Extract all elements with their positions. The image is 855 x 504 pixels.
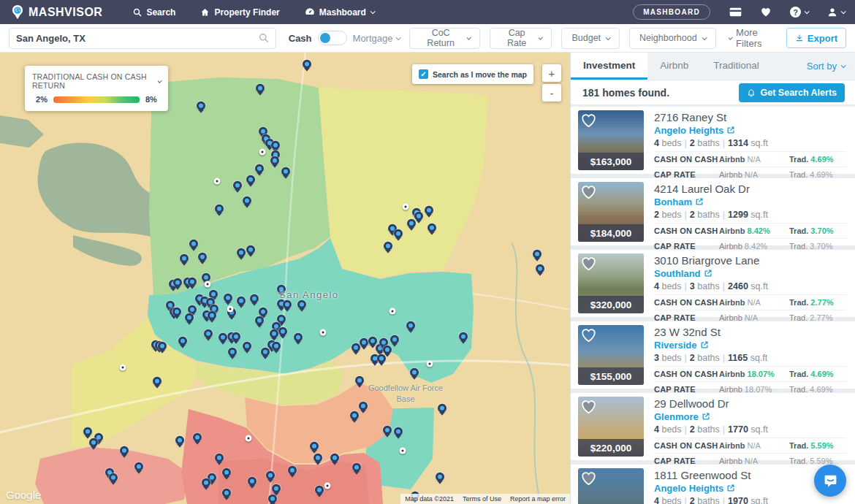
property-card[interactable]: $184,000 4214 Laurel Oak Dr Bonham 2 bed… <box>571 178 855 245</box>
property-map-pin[interactable] <box>383 426 392 435</box>
property-map-pin[interactable] <box>198 253 207 261</box>
property-map-pin[interactable] <box>410 368 419 377</box>
property-map-pin[interactable] <box>278 327 287 336</box>
property-address[interactable]: 3010 Briargrove Lane <box>654 255 846 267</box>
property-map-pin[interactable] <box>350 411 359 420</box>
property-map-pin[interactable] <box>297 300 306 309</box>
mortgage-dropdown[interactable]: Mortgage <box>353 33 400 44</box>
favorite-heart-icon[interactable] <box>581 328 596 343</box>
property-map-pin[interactable] <box>428 224 436 232</box>
favorite-heart-icon[interactable] <box>581 113 596 128</box>
property-map-pin[interactable] <box>394 427 403 436</box>
favorite-heart-icon[interactable] <box>581 185 596 199</box>
favorite-heart-icon[interactable] <box>581 256 596 271</box>
location-search-input[interactable] <box>16 33 259 44</box>
external-link-icon[interactable] <box>726 484 735 492</box>
checkbox-checked-icon[interactable]: ✓ <box>419 69 428 79</box>
property-map-pin[interactable] <box>303 60 311 69</box>
property-map-pin[interactable] <box>377 354 386 363</box>
property-map-pin[interactable] <box>89 438 98 447</box>
property-map-pin[interactable] <box>204 329 213 338</box>
property-map-pin[interactable] <box>283 300 292 309</box>
sort-by-dropdown[interactable]: Sort by <box>807 61 855 72</box>
search-as-move-checkbox[interactable]: ✓ Search as I move the map <box>412 64 533 84</box>
mashboard-button[interactable]: MASHBOARD <box>633 4 710 20</box>
property-map-pin[interactable] <box>246 175 255 184</box>
property-map-pin[interactable] <box>185 313 194 322</box>
export-button[interactable]: Export <box>786 28 846 48</box>
location-search-box[interactable] <box>9 28 276 49</box>
account-menu[interactable] <box>827 7 845 18</box>
property-map-pin[interactable] <box>384 242 392 251</box>
property-map-pin[interactable] <box>259 308 267 316</box>
property-map-pin[interactable] <box>202 478 210 487</box>
property-map-pin[interactable] <box>266 471 275 480</box>
property-map-pin[interactable] <box>256 84 265 93</box>
property-map-pin[interactable] <box>109 473 118 482</box>
property-photo[interactable]: $163,000 <box>578 110 644 170</box>
neighborhood-link[interactable]: Glenmore <box>654 411 699 422</box>
terms-of-use-link[interactable]: Terms of Use <box>458 494 506 504</box>
property-card[interactable]: 1811 Greenwood St Angelo Heights 4 beds|… <box>571 465 855 504</box>
property-photo[interactable] <box>578 468 644 504</box>
property-map-pin[interactable] <box>294 333 303 342</box>
property-map-pin[interactable] <box>255 316 264 325</box>
neighborhood-link[interactable]: Angelo Heights <box>654 483 723 494</box>
favorites-heart-icon[interactable] <box>761 7 771 17</box>
more-filters-link[interactable]: More Filters <box>729 27 780 49</box>
property-map-pin[interactable] <box>281 167 290 176</box>
nav-item-mashboard[interactable]: Mashboard <box>305 7 374 18</box>
property-map-pin[interactable] <box>360 338 368 347</box>
property-map-pin[interactable] <box>237 297 246 305</box>
property-map-pin[interactable] <box>153 377 162 386</box>
tab-airbnb[interactable]: Airbnb <box>647 53 701 80</box>
property-map-pin[interactable] <box>330 454 339 462</box>
favorite-heart-icon[interactable] <box>581 400 596 414</box>
cash-mortgage-toggle[interactable] <box>318 31 347 45</box>
property-map-pin[interactable] <box>352 343 360 352</box>
property-map-pin[interactable] <box>222 489 231 497</box>
property-map-pin[interactable] <box>255 164 264 173</box>
property-map-pin[interactable] <box>228 348 237 356</box>
property-map-pin[interactable] <box>436 473 444 481</box>
property-map-pin[interactable] <box>261 348 270 356</box>
property-map-pin[interactable] <box>406 321 415 330</box>
zoom-out-button[interactable]: - <box>542 84 561 102</box>
property-card[interactable]: $155,000 23 W 32nd St Riverside 3 beds|2… <box>571 321 855 389</box>
property-map-pin[interactable] <box>536 264 544 273</box>
get-search-alerts-button[interactable]: Get Search Alerts <box>739 83 845 102</box>
nav-item-search[interactable]: Search <box>133 7 175 18</box>
property-address[interactable]: 23 W 32nd St <box>654 327 846 339</box>
property-map-pin[interactable] <box>272 484 281 493</box>
neighborhood-filter[interactable]: Neighborhood <box>629 28 716 49</box>
property-map-pin[interactable] <box>270 156 279 165</box>
heatmap-map[interactable]: San Angelo Goodfellow Air Force Base TRA… <box>0 53 570 504</box>
legend-dropdown[interactable]: TRADITIONAL CASH ON CASH RETURN <box>32 72 161 90</box>
help-menu[interactable]: ? <box>790 7 808 18</box>
property-address[interactable]: 29 Dellwood Dr <box>654 398 846 411</box>
external-link-icon[interactable] <box>704 269 712 278</box>
nav-item-property-finder[interactable]: Property Finder <box>200 7 279 18</box>
property-map-pin[interactable] <box>215 205 224 213</box>
cap-rate-filter[interactable]: Cap Rate <box>490 28 552 49</box>
property-map-pin[interactable] <box>188 278 197 286</box>
property-map-pin[interactable] <box>268 495 277 503</box>
neighborhood-link[interactable]: Angelo Heights <box>654 125 723 136</box>
property-map-pin[interactable] <box>248 477 256 486</box>
external-link-icon[interactable] <box>700 340 709 349</box>
property-map-pin[interactable] <box>383 345 392 354</box>
property-map-pin[interactable] <box>390 335 399 344</box>
property-map-pin[interactable] <box>197 102 205 110</box>
search-icon[interactable] <box>259 33 269 43</box>
property-map-pin[interactable] <box>233 181 242 190</box>
billing-card-icon[interactable] <box>729 7 742 17</box>
favorite-heart-icon[interactable] <box>581 471 596 486</box>
external-link-icon[interactable] <box>702 412 710 421</box>
neighborhood-link[interactable]: Southland <box>654 268 701 279</box>
external-link-icon[interactable] <box>695 197 704 206</box>
neighborhood-link[interactable]: Riverside <box>654 340 697 351</box>
property-map-pin[interactable] <box>425 206 433 215</box>
property-map-pin[interactable] <box>134 462 143 471</box>
neighborhood-link[interactable]: Bonham <box>654 196 692 207</box>
property-card[interactable]: $320,000 3010 Briargrove Lane Southland … <box>571 250 855 317</box>
